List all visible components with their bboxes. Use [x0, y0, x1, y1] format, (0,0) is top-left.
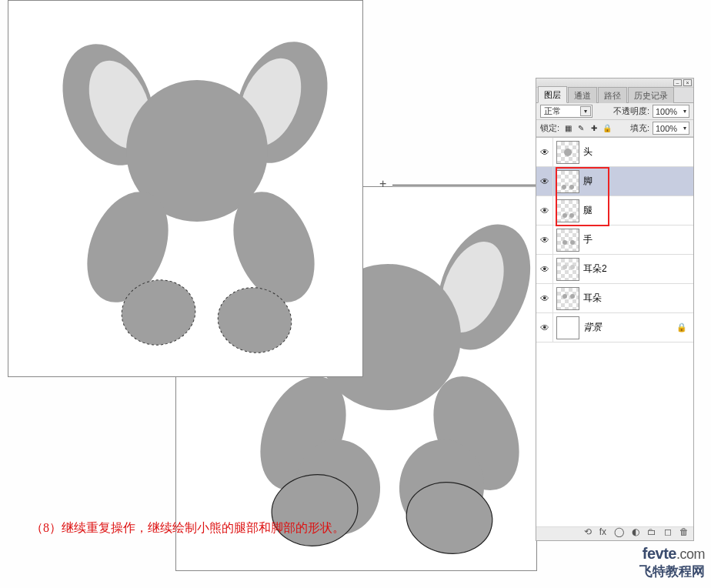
layer-thumb [556, 287, 579, 310]
fx-icon[interactable]: fx [599, 526, 606, 537]
watermark-site: fevte.com [639, 545, 705, 563]
visibility-toggle[interactable]: 👁 [536, 284, 553, 312]
eye-icon: 👁 [540, 147, 549, 158]
layer-row-head[interactable]: 👁 头 [536, 138, 693, 167]
watermark-site-name: fevte [643, 545, 676, 562]
layer-name: 耳朵2 [583, 262, 607, 276]
dropdown-icon: ▾ [683, 108, 686, 115]
layer-thumb [556, 258, 579, 281]
eye-icon: 👁 [540, 322, 549, 333]
panel-row-lock: 锁定: ▦ ✎ ✚ 🔒 填充: 100% ▾ [536, 120, 693, 137]
fill-input[interactable]: 100% ▾ [653, 122, 689, 135]
layer-row-leg[interactable]: 👁 腿 [536, 196, 693, 226]
folder-icon[interactable]: 🗀 [647, 526, 656, 537]
panel-tabs: 图层 通道 路径 历史记录 [536, 88, 693, 103]
lock-all-icon[interactable]: 🔒 [602, 123, 613, 134]
layers-empty-area [536, 342, 693, 527]
eye-icon: 👁 [540, 235, 549, 246]
adjustment-icon[interactable]: ◐ [632, 526, 639, 537]
lock-icons-group: ▦ ✎ ✚ 🔒 [562, 123, 613, 134]
watermark-ext: .com [676, 546, 705, 562]
step-caption: （8）继续重复操作，继续绘制小熊的腿部和脚部的形状。 [31, 520, 345, 536]
lock-transparent-icon[interactable]: ▦ [562, 123, 573, 134]
layer-thumb [556, 199, 579, 222]
layer-thumb [556, 229, 579, 252]
eye-icon: 👁 [540, 264, 549, 275]
layer-name: 腿 [583, 204, 592, 217]
layers-list: 👁 头 👁 脚 👁 腿 👁 手 👁 耳朵2 👁 耳朵 [536, 137, 693, 522]
visibility-toggle[interactable]: 👁 [536, 167, 553, 195]
new-layer-icon[interactable]: ◻ [664, 526, 672, 537]
tab-paths[interactable]: 路径 [598, 87, 627, 103]
layer-name: 耳朵 [583, 292, 602, 305]
layer-name: 手 [583, 233, 592, 246]
link-layers-icon[interactable]: ⟲ [584, 526, 592, 537]
lock-icon: 🔒 [676, 322, 687, 332]
eye-icon: 👁 [540, 293, 549, 304]
layer-thumb [556, 316, 579, 339]
dropdown-icon: ▾ [683, 125, 686, 132]
opacity-value: 100% [656, 107, 677, 116]
visibility-toggle[interactable]: 👁 [536, 196, 553, 225]
opacity-input[interactable]: 100% ▾ [653, 105, 689, 118]
trash-icon[interactable]: 🗑 [679, 526, 689, 537]
lock-brush-icon[interactable]: ✎ [576, 123, 586, 134]
blend-mode-select[interactable]: 正常 ▾ [540, 105, 592, 118]
panel-row-blend: 正常 ▾ 不透明度: 100% ▾ [536, 103, 693, 120]
visibility-toggle[interactable]: 👁 [536, 255, 553, 283]
eye-icon: 👁 [540, 176, 549, 187]
eye-icon: 👁 [540, 205, 549, 216]
dropdown-icon: ▾ [580, 106, 591, 116]
layer-name: 头 [583, 145, 592, 159]
blend-mode-value: 正常 [544, 105, 561, 117]
layer-name: 背景 [583, 321, 602, 334]
bear-drawing-front [8, 1, 364, 378]
connector-line [392, 185, 536, 185]
tab-history[interactable]: 历史记录 [628, 87, 674, 103]
layer-row-ear2[interactable]: 👁 耳朵2 [536, 255, 693, 284]
watermark-cn: 飞特教程网 [639, 563, 705, 580]
layer-row-ear[interactable]: 👁 耳朵 [536, 284, 693, 313]
mask-icon[interactable]: ◯ [614, 526, 624, 537]
layers-panel: – × 图层 通道 路径 历史记录 正常 ▾ 不透明度: 100% ▾ 锁定: … [536, 78, 694, 541]
fill-label: 填充: [630, 122, 649, 134]
tab-layers[interactable]: 图层 [538, 86, 567, 103]
layer-name: 脚 [583, 175, 592, 188]
layer-row-hand[interactable]: 👁 手 [536, 226, 693, 255]
tab-channels[interactable]: 通道 [568, 87, 597, 103]
visibility-toggle[interactable]: 👁 [536, 138, 553, 166]
fill-value: 100% [656, 124, 677, 133]
layer-row-foot[interactable]: 👁 脚 [536, 167, 693, 196]
layer-thumb [556, 141, 579, 164]
opacity-label: 不透明度: [613, 105, 649, 117]
visibility-toggle[interactable]: 👁 [536, 313, 553, 342]
layer-thumb [556, 170, 579, 193]
panel-close-button[interactable]: × [683, 79, 692, 86]
canvas-front [8, 0, 363, 377]
panel-minimize-button[interactable]: – [673, 79, 682, 86]
visibility-toggle[interactable]: 👁 [536, 226, 553, 254]
crosshair-cursor: + [379, 177, 386, 191]
lock-move-icon[interactable]: ✚ [589, 123, 599, 134]
layer-row-background[interactable]: 👁 背景 🔒 [536, 313, 693, 342]
lock-label: 锁定: [540, 122, 559, 134]
watermark: fevte.com 飞特教程网 [639, 545, 705, 580]
